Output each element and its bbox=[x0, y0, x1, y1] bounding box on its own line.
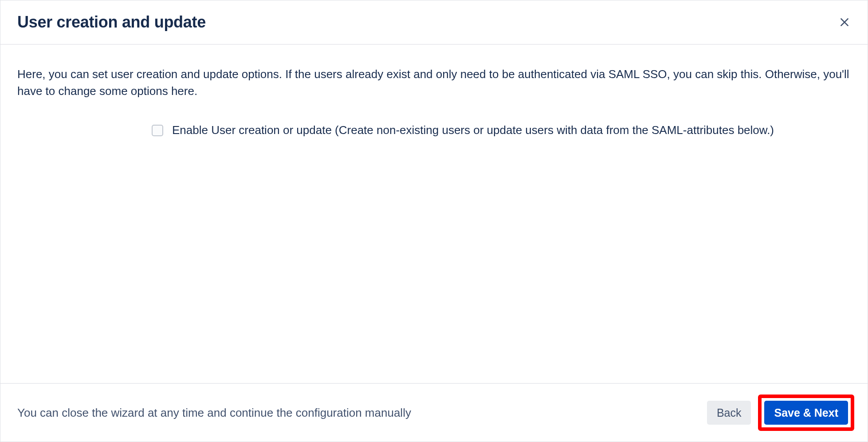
close-icon[interactable] bbox=[838, 16, 851, 28]
enable-user-creation-row: Enable User creation or update (Create n… bbox=[17, 123, 851, 137]
save-next-button[interactable]: Save & Next bbox=[764, 401, 848, 425]
back-button[interactable]: Back bbox=[707, 401, 751, 425]
save-next-highlight: Save & Next bbox=[758, 395, 854, 431]
dialog-body: Here, you can set user creation and upda… bbox=[0, 45, 868, 383]
user-creation-dialog: User creation and update Here, you can s… bbox=[0, 0, 868, 442]
enable-user-creation-label[interactable]: Enable User creation or update (Create n… bbox=[172, 123, 774, 137]
dialog-title: User creation and update bbox=[17, 13, 206, 32]
footer-buttons: Back Save & Next bbox=[707, 395, 854, 431]
dialog-footer: You can close the wizard at any time and… bbox=[0, 383, 868, 442]
enable-user-creation-checkbox[interactable] bbox=[152, 125, 163, 136]
description-text: Here, you can set user creation and upda… bbox=[17, 66, 851, 99]
footer-hint: You can close the wizard at any time and… bbox=[17, 406, 411, 420]
dialog-header: User creation and update bbox=[0, 0, 868, 45]
